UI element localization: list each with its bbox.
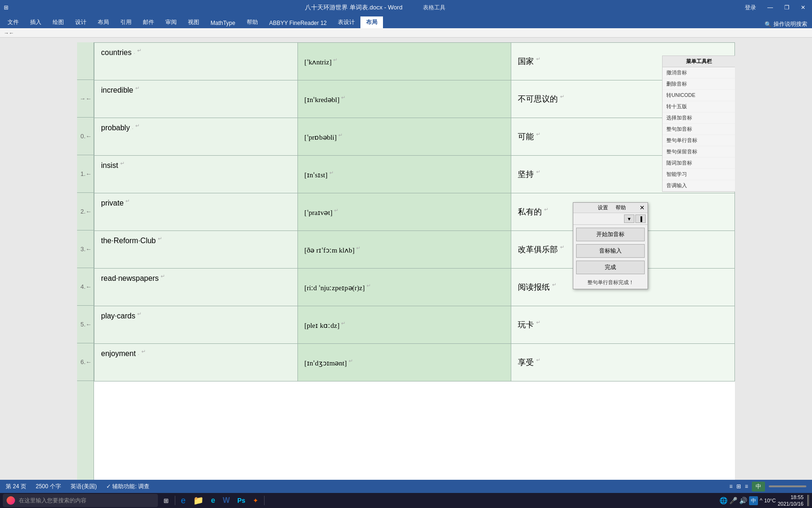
taskbar-apps-btn[interactable]: ⊞ [160, 494, 172, 507]
taskbar-photoshop-icon[interactable]: Ps [234, 494, 248, 507]
speaker-icon[interactable]: 🔊 [739, 497, 747, 504]
right-context-menu[interactable]: 菜单工具栏 撤消音标 删除音标 转UNICODE 转十五版 选择加音标 整句加音… [662, 56, 735, 192]
subtitle: 表格工具 [423, 4, 445, 11]
toolbar-area: →← [0, 28, 812, 38]
view-mode-icon2[interactable]: ⊞ [736, 483, 741, 490]
menu-item-unicode[interactable]: 转UNICODE [663, 90, 735, 101]
word-incredible: incredible [101, 86, 133, 94]
chinese-readnewspapers: 阅读报纸 [518, 283, 550, 292]
tab-view[interactable]: 视图 [182, 16, 205, 28]
accessibility-icon: ✓ [106, 483, 111, 490]
complete-button[interactable]: 完成 [576, 261, 645, 274]
search-icon: 🔍 [765, 21, 772, 28]
row-num-2: 0.← [80, 133, 92, 140]
phonetic-insist: [ɪnˈsɪst] [304, 171, 328, 179]
accessibility[interactable]: ✓ 辅助功能: 调查 [106, 483, 149, 491]
row-num-5: 3.← [80, 246, 92, 253]
menu-item-smart-learn[interactable]: 智能学习 [663, 169, 735, 180]
title-bar: ⊞ 八十天环游世界 单词表.docx - Word 表格工具 登录 — ❐ ✕ [0, 0, 812, 15]
menu-item-undo[interactable]: 撤消音标 [663, 67, 735, 79]
tab-design[interactable]: 设计 [70, 16, 92, 28]
table-row: probably · ↵ [ˈprɒbəbli] ↵ 可能 ↵ [94, 118, 735, 156]
tab-mathtype[interactable]: MathType [205, 18, 241, 28]
show-desktop[interactable] [807, 495, 809, 506]
menu-item-select-add[interactable]: 选择加音标 [663, 112, 735, 124]
accessibility-label: 辅助功能: 调查 [112, 483, 149, 490]
menu-item-sentence-keep[interactable]: 整句保留音标 [663, 146, 735, 158]
phonetic-tool-dropdown-btn[interactable]: ▼ [624, 214, 634, 223]
phonetic-tool-tab-settings[interactable]: 设置 [598, 204, 608, 211]
phonetic-reformclub: [ðə rɪˈfɔːm klʌb] [304, 246, 355, 254]
clock-date: 2021/10/16 [778, 500, 804, 507]
phonetic-countries: [ˈkʌntriz] [304, 58, 332, 66]
view-mode-icon3[interactable]: ≡ [745, 483, 748, 490]
tab-mail[interactable]: 邮件 [137, 16, 160, 28]
row-num-8: 6.← [80, 358, 92, 365]
taskbar-folder-icon[interactable]: 📁 [190, 494, 206, 507]
windows-orb[interactable] [7, 496, 15, 505]
phonetic-incredible: [ɪnˈkredəbl] [304, 96, 340, 103]
dropdown-icon: ▼ [627, 216, 632, 222]
minimize-button[interactable]: — [765, 3, 776, 12]
word-count: 2500 个字 [36, 483, 61, 491]
word-probably: probably · [101, 124, 133, 132]
page-info: 第 24 页 [6, 483, 26, 491]
word-countries: countries · [101, 48, 135, 56]
word-private: private [101, 199, 124, 207]
menu-item-15[interactable]: 转十五版 [663, 101, 735, 112]
taskbar-word-icon[interactable]: W [220, 494, 233, 507]
phonetic-tool-close-icon[interactable]: ✕ [640, 204, 645, 211]
word-insist: insist [101, 161, 118, 169]
phonetic-tool-more-btn[interactable]: ▐ [635, 214, 646, 223]
tab-review[interactable]: 审阅 [160, 16, 182, 28]
menu-item-sentence-singleline[interactable]: 整句单行音标 [663, 135, 735, 146]
network-icon[interactable]: 🌐 [719, 497, 727, 504]
maximize-button[interactable]: ❐ [781, 3, 792, 12]
word-reformclub: the·Reform·Club [101, 237, 156, 245]
phonetic-enjoyment: [ɪnˈdʒɔɪmənt] [304, 359, 347, 367]
table-row: countries · ↵ [ˈkʌntriz] ↵ 国家 ↵ [94, 43, 735, 80]
system-tray-expand[interactable]: ^ [760, 497, 763, 504]
phonetic-tool-tab-help[interactable]: 帮助 [616, 204, 626, 211]
phonetic-input-button[interactable]: 音标输入 [576, 244, 645, 258]
tab-insert[interactable]: 插入 [24, 16, 47, 28]
taskbar-browser-icon[interactable]: e [178, 494, 188, 507]
chinese-incredible: 不可思议的 [518, 95, 558, 103]
menu-item-sentence-add[interactable]: 整句加音标 [663, 124, 735, 135]
view-mode-icon[interactable]: ≡ [729, 483, 733, 490]
close-button[interactable]: ✕ [798, 3, 808, 12]
tab-help[interactable]: 帮助 [241, 16, 264, 28]
ribbon-search[interactable]: 操作说明搜索 [773, 20, 807, 28]
phonetic-tool-window: 设置 帮助 ✕ ▼ ▐ 开始加音标 音标输入 完成 整句单行音标完成！ [573, 202, 648, 289]
phonetic-playcards: [pleɪ kɑːdz] [304, 322, 340, 329]
menu-item-tone-input[interactable]: 音调输入 [663, 180, 735, 191]
tab-file[interactable]: 文件 [2, 16, 24, 28]
title-bar-right[interactable]: 登录 — ❐ ✕ [742, 3, 808, 13]
login-button[interactable]: 登录 [742, 3, 759, 13]
tab-layout[interactable]: 布局 [92, 16, 115, 28]
chinese-insist: 坚持 [518, 170, 534, 179]
search-bar: 在这里输入您要搜索的内容 [3, 494, 158, 507]
toolbar-arrow-left: →← [4, 30, 14, 36]
row-num-3: 1.← [80, 170, 92, 177]
zoom-slider[interactable] [769, 485, 806, 487]
chinese-reformclub: 改革俱乐部 [518, 245, 558, 254]
ime-icon[interactable]: 中 [749, 496, 758, 505]
tab-tabledesign[interactable]: 表设计 [332, 16, 360, 28]
chinese-countries: 国家 [518, 57, 534, 66]
clock-time: 18:55 [778, 494, 804, 500]
tab-reference[interactable]: 引用 [115, 16, 137, 28]
taskbar-clock[interactable]: 18:55 2021/10/16 [778, 494, 804, 508]
tab-abbyy[interactable]: ABBYY FineReader 12 [264, 18, 333, 28]
start-phonetic-button[interactable]: 开始加音标 [576, 228, 645, 241]
word-playcards: play·cards [101, 312, 135, 320]
tab-tablelayout[interactable]: 布局 [360, 16, 383, 28]
tab-draw[interactable]: 绘图 [47, 16, 70, 28]
menu-item-word-add[interactable]: 随词加音标 [663, 158, 735, 169]
taskbar-other-icon[interactable]: ✦ [250, 494, 261, 507]
menu-item-delete[interactable]: 删除音标 [663, 79, 735, 90]
temperature: 10°C [764, 498, 776, 503]
mic-icon[interactable]: 🎤 [729, 497, 737, 504]
taskbar-search-input[interactable]: 在这里输入您要搜索的内容 [19, 497, 86, 505]
taskbar-edge-icon[interactable]: e [208, 494, 218, 507]
